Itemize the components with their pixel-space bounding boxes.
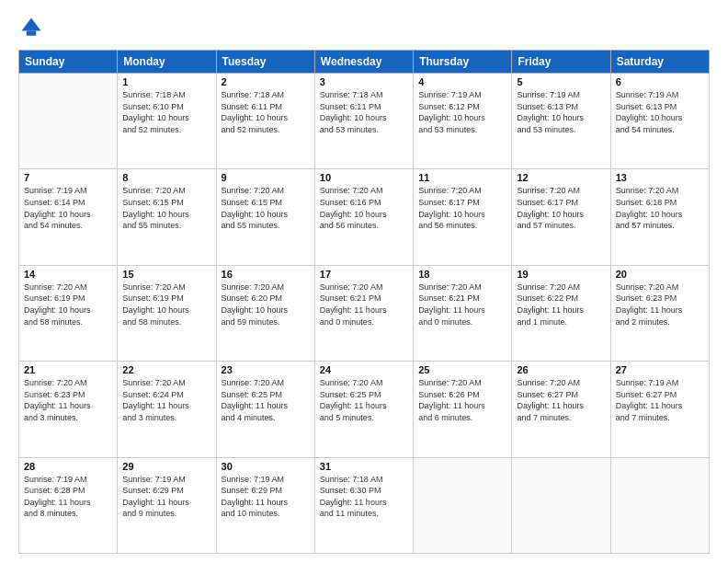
day-number: 9 [222, 172, 310, 183]
page: SundayMondayTuesdayWednesdayThursdayFrid… [0, 0, 728, 563]
logo-icon [18, 15, 44, 40]
calendar-cell: 9Sunrise: 7:20 AM Sunset: 6:15 PM Daylig… [216, 169, 314, 265]
calendar-cell: 31Sunrise: 7:18 AM Sunset: 6:30 PM Dayli… [314, 457, 413, 553]
calendar-cell: 5Sunrise: 7:19 AM Sunset: 6:13 PM Daylig… [512, 74, 610, 169]
logo [18, 15, 48, 40]
day-info: Sunrise: 7:19 AM Sunset: 6:13 PM Dayligh… [616, 89, 704, 135]
day-number: 25 [418, 364, 506, 375]
calendar-cell: 10Sunrise: 7:20 AM Sunset: 6:16 PM Dayli… [314, 169, 413, 265]
day-number: 17 [320, 269, 408, 280]
day-header-monday: Monday [118, 51, 216, 74]
calendar-cell: 29Sunrise: 7:19 AM Sunset: 6:29 PM Dayli… [118, 457, 216, 553]
calendar-cell: 28Sunrise: 7:19 AM Sunset: 6:28 PM Dayli… [19, 457, 118, 553]
day-info: Sunrise: 7:19 AM Sunset: 6:12 PM Dayligh… [418, 89, 506, 135]
calendar-cell [414, 457, 512, 553]
day-info: Sunrise: 7:20 AM Sunset: 6:15 PM Dayligh… [222, 185, 310, 231]
svg-marker-0 [22, 18, 41, 31]
day-info: Sunrise: 7:20 AM Sunset: 6:17 PM Dayligh… [517, 185, 605, 231]
calendar-cell: 19Sunrise: 7:20 AM Sunset: 6:22 PM Dayli… [512, 265, 610, 361]
day-info: Sunrise: 7:20 AM Sunset: 6:19 PM Dayligh… [24, 282, 112, 327]
calendar-cell: 18Sunrise: 7:20 AM Sunset: 6:21 PM Dayli… [414, 265, 512, 361]
day-header-friday: Friday [512, 51, 610, 74]
day-info: Sunrise: 7:20 AM Sunset: 6:15 PM Dayligh… [122, 185, 210, 231]
day-info: Sunrise: 7:19 AM Sunset: 6:29 PM Dayligh… [222, 474, 310, 520]
calendar-cell [610, 457, 709, 553]
week-row-1: 1Sunrise: 7:18 AM Sunset: 6:10 PM Daylig… [19, 74, 710, 169]
day-number: 30 [222, 461, 310, 472]
day-number: 1 [122, 76, 210, 87]
calendar-cell: 13Sunrise: 7:20 AM Sunset: 6:18 PM Dayli… [610, 169, 709, 265]
calendar-cell: 16Sunrise: 7:20 AM Sunset: 6:20 PM Dayli… [216, 265, 314, 361]
day-header-wednesday: Wednesday [314, 51, 413, 74]
calendar-cell: 20Sunrise: 7:20 AM Sunset: 6:23 PM Dayli… [610, 265, 709, 361]
day-info: Sunrise: 7:20 AM Sunset: 6:18 PM Dayligh… [616, 185, 704, 231]
day-number: 23 [222, 364, 310, 375]
calendar-cell: 25Sunrise: 7:20 AM Sunset: 6:26 PM Dayli… [414, 362, 512, 457]
day-info: Sunrise: 7:18 AM Sunset: 6:10 PM Dayligh… [122, 89, 210, 135]
day-number: 6 [616, 76, 704, 87]
calendar-cell: 6Sunrise: 7:19 AM Sunset: 6:13 PM Daylig… [610, 74, 709, 169]
header-row: SundayMondayTuesdayWednesdayThursdayFrid… [19, 51, 710, 74]
day-info: Sunrise: 7:20 AM Sunset: 6:27 PM Dayligh… [517, 377, 605, 423]
calendar-cell: 8Sunrise: 7:20 AM Sunset: 6:15 PM Daylig… [118, 169, 216, 265]
day-number: 5 [517, 76, 605, 87]
day-info: Sunrise: 7:18 AM Sunset: 6:30 PM Dayligh… [320, 474, 408, 520]
day-number: 26 [517, 364, 605, 375]
day-number: 10 [320, 172, 408, 183]
calendar-cell: 24Sunrise: 7:20 AM Sunset: 6:25 PM Dayli… [314, 362, 413, 457]
day-number: 13 [616, 172, 704, 183]
day-info: Sunrise: 7:20 AM Sunset: 6:23 PM Dayligh… [616, 282, 704, 327]
week-row-4: 21Sunrise: 7:20 AM Sunset: 6:23 PM Dayli… [19, 362, 710, 457]
calendar-cell: 23Sunrise: 7:20 AM Sunset: 6:25 PM Dayli… [216, 362, 314, 457]
day-number: 12 [517, 172, 605, 183]
day-number: 24 [320, 364, 408, 375]
calendar-cell: 27Sunrise: 7:19 AM Sunset: 6:27 PM Dayli… [610, 362, 709, 457]
day-number: 11 [418, 172, 506, 183]
day-info: Sunrise: 7:20 AM Sunset: 6:26 PM Dayligh… [418, 377, 506, 423]
day-info: Sunrise: 7:19 AM Sunset: 6:14 PM Dayligh… [24, 185, 112, 231]
day-header-sunday: Sunday [19, 51, 118, 74]
day-info: Sunrise: 7:20 AM Sunset: 6:19 PM Dayligh… [122, 282, 210, 327]
day-info: Sunrise: 7:20 AM Sunset: 6:21 PM Dayligh… [320, 282, 408, 327]
day-header-saturday: Saturday [610, 51, 709, 74]
calendar-cell [512, 457, 610, 553]
day-number: 21 [24, 364, 112, 375]
calendar-cell: 3Sunrise: 7:18 AM Sunset: 6:11 PM Daylig… [314, 74, 413, 169]
day-number: 27 [616, 364, 704, 375]
day-info: Sunrise: 7:20 AM Sunset: 6:16 PM Dayligh… [320, 185, 408, 231]
day-info: Sunrise: 7:19 AM Sunset: 6:13 PM Dayligh… [517, 89, 605, 135]
day-header-tuesday: Tuesday [216, 51, 314, 74]
day-number: 15 [122, 269, 210, 280]
day-info: Sunrise: 7:20 AM Sunset: 6:17 PM Dayligh… [418, 185, 506, 231]
week-row-2: 7Sunrise: 7:19 AM Sunset: 6:14 PM Daylig… [19, 169, 710, 265]
calendar-cell: 11Sunrise: 7:20 AM Sunset: 6:17 PM Dayli… [414, 169, 512, 265]
day-number: 28 [24, 461, 112, 472]
day-info: Sunrise: 7:19 AM Sunset: 6:28 PM Dayligh… [24, 474, 112, 520]
day-number: 4 [418, 76, 506, 87]
day-header-thursday: Thursday [414, 51, 512, 74]
calendar-cell: 17Sunrise: 7:20 AM Sunset: 6:21 PM Dayli… [314, 265, 413, 361]
day-info: Sunrise: 7:20 AM Sunset: 6:20 PM Dayligh… [222, 282, 310, 327]
day-number: 7 [24, 172, 112, 183]
calendar-cell: 30Sunrise: 7:19 AM Sunset: 6:29 PM Dayli… [216, 457, 314, 553]
calendar-cell: 4Sunrise: 7:19 AM Sunset: 6:12 PM Daylig… [414, 74, 512, 169]
calendar-cell: 12Sunrise: 7:20 AM Sunset: 6:17 PM Dayli… [512, 169, 610, 265]
day-info: Sunrise: 7:20 AM Sunset: 6:21 PM Dayligh… [418, 282, 506, 327]
day-info: Sunrise: 7:20 AM Sunset: 6:25 PM Dayligh… [222, 377, 310, 423]
svg-rect-1 [27, 31, 37, 36]
week-row-5: 28Sunrise: 7:19 AM Sunset: 6:28 PM Dayli… [19, 457, 710, 553]
calendar-cell: 26Sunrise: 7:20 AM Sunset: 6:27 PM Dayli… [512, 362, 610, 457]
calendar-cell: 14Sunrise: 7:20 AM Sunset: 6:19 PM Dayli… [19, 265, 118, 361]
day-number: 19 [517, 269, 605, 280]
day-number: 2 [222, 76, 310, 87]
day-number: 29 [122, 461, 210, 472]
day-info: Sunrise: 7:20 AM Sunset: 6:22 PM Dayligh… [517, 282, 605, 327]
day-number: 18 [418, 269, 506, 280]
day-info: Sunrise: 7:19 AM Sunset: 6:29 PM Dayligh… [122, 474, 210, 520]
calendar-cell: 7Sunrise: 7:19 AM Sunset: 6:14 PM Daylig… [19, 169, 118, 265]
day-number: 8 [122, 172, 210, 183]
day-info: Sunrise: 7:20 AM Sunset: 6:25 PM Dayligh… [320, 377, 408, 423]
day-info: Sunrise: 7:18 AM Sunset: 6:11 PM Dayligh… [222, 89, 310, 135]
day-number: 14 [24, 269, 112, 280]
day-number: 31 [320, 461, 408, 472]
